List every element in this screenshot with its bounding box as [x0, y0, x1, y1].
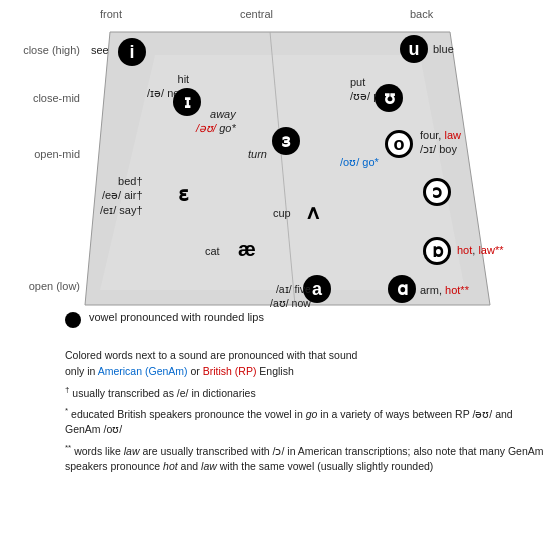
word-go-genAm: /oʊ/ go* — [340, 155, 379, 169]
token-a-back: ɑ — [388, 275, 416, 303]
token-upsilon: ʊ — [375, 84, 403, 112]
word-away: away/əʊ/ go* — [196, 107, 236, 136]
note-star: * educated British speakers pronounce th… — [65, 405, 545, 438]
word-cup: cup — [273, 206, 291, 220]
word-arm: arm, hot** — [420, 283, 469, 297]
notes-area: Colored words next to a sound are pronou… — [65, 348, 545, 479]
token-u: u — [400, 35, 428, 63]
close-mid-label: close-mid — [0, 92, 80, 104]
legend-circle-icon — [65, 312, 81, 328]
note-american: American (GenAm) — [98, 365, 188, 377]
open-mid-label: open-mid — [0, 148, 80, 160]
word-cat: cat — [205, 244, 220, 258]
word-hot: hot, law** — [457, 243, 504, 257]
vowel-chart: front central back close (high) close-mi… — [0, 0, 560, 330]
note-double-star: ** words like law are usually transcribe… — [65, 442, 545, 475]
token-epsilon: ɛ — [178, 182, 189, 206]
legend: vowel pronounced with rounded lips — [65, 310, 264, 328]
word-blue: blue — [433, 42, 454, 56]
word-four: four, law/ɔɪ/ boy — [420, 128, 461, 157]
legend-text: vowel pronounced with rounded lips — [89, 310, 264, 325]
note-colored-words: Colored words next to a sound are pronou… — [65, 348, 545, 380]
token-ash: æ — [238, 238, 256, 261]
word-see: see — [91, 43, 109, 57]
token-wedge: ʌ — [307, 200, 319, 224]
word-turn: turn — [248, 147, 267, 161]
word-bed: bed†/eə/ air†/eɪ/ say† — [100, 174, 143, 217]
word-five-now: /aɪ/ five/aʊ/ now — [270, 283, 311, 310]
back-label: back — [410, 8, 433, 20]
chart-background — [0, 0, 560, 330]
note-british: British (RP) — [203, 365, 257, 377]
token-o: o — [385, 130, 413, 158]
open-low-label: open (low) — [0, 280, 80, 292]
token-schwa-r: ɜ — [272, 127, 300, 155]
token-i: i — [118, 38, 146, 66]
token-open-o: ɔ — [423, 178, 451, 206]
central-label: central — [240, 8, 273, 20]
front-label: front — [100, 8, 122, 20]
close-high-label: close (high) — [0, 44, 80, 56]
note-dagger: † usually transcribed as /e/ in dictiona… — [65, 384, 545, 401]
token-open-oe: ɒ — [423, 237, 451, 265]
